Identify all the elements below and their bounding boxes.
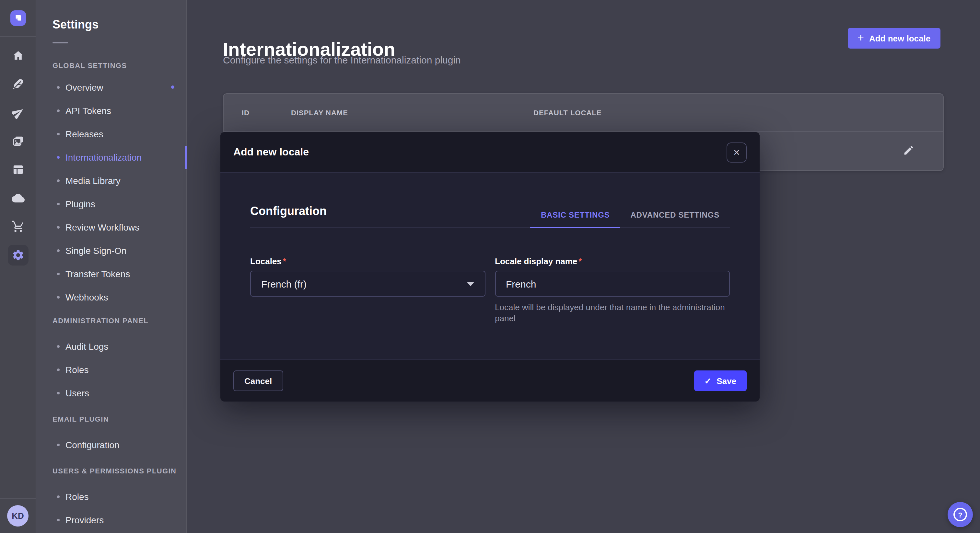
- sidebar-item-label: Transfer Tokens: [65, 269, 130, 279]
- sidebar-item-label: Releases: [65, 129, 103, 139]
- section-label-email-plugin: EMAIL PLUGIN: [52, 415, 186, 424]
- sidebar-item-label: Plugins: [65, 199, 95, 209]
- feather-icon[interactable]: [10, 76, 25, 92]
- required-asterisk: *: [283, 257, 286, 266]
- check-icon: ✓: [704, 377, 711, 385]
- sidebar-item-review-workflows[interactable]: Review Workflows: [36, 216, 186, 239]
- table-header-row: ID DISPLAY NAME DEFAULT LOCALE: [224, 94, 943, 132]
- sidebar-item-label: Overview: [65, 82, 103, 93]
- sidebar-item-audit-logs[interactable]: Audit Logs: [36, 335, 186, 358]
- sidebar-item-transfer-tokens[interactable]: Transfer Tokens: [36, 262, 186, 286]
- close-button[interactable]: ✕: [727, 142, 747, 162]
- display-name-label-text: Locale display name: [495, 257, 577, 266]
- settings-tabs: BASIC SETTINGS ADVANCED SETTINGS: [530, 211, 730, 227]
- help-button[interactable]: ?: [948, 502, 973, 527]
- sidebar-item-label: Single Sign-On: [65, 246, 126, 256]
- sidebar-item-single-sign-on[interactable]: Single Sign-On: [36, 239, 186, 262]
- modal-title: Add new locale: [233, 146, 309, 158]
- display-name-hint: Locale will be displayed under that name…: [495, 302, 730, 324]
- tab-basic-settings[interactable]: BASIC SETTINGS: [530, 211, 620, 228]
- locales-label: Locales*: [250, 257, 485, 266]
- modal-body: Configuration BASIC SETTINGS ADVANCED SE…: [220, 173, 760, 359]
- section-label-global-settings: GLOBAL SETTINGS: [52, 62, 186, 70]
- locales-label-text: Locales: [250, 257, 282, 266]
- form-fields-row: Locales* French (fr) Locale display name…: [250, 257, 730, 324]
- logo-box: [0, 0, 36, 37]
- home-icon[interactable]: [10, 48, 25, 63]
- sidebar-item-label: Review Workflows: [65, 222, 139, 233]
- subnav-title: Settings: [52, 18, 186, 32]
- sidebar-item-internationalization[interactable]: Internationalization: [36, 146, 186, 169]
- modal-footer: Cancel ✓ Save: [220, 359, 760, 401]
- sidebar-item-plugins[interactable]: Plugins: [36, 192, 186, 216]
- column-header-default-locale: DEFAULT LOCALE: [533, 108, 601, 116]
- save-button-label: Save: [716, 376, 736, 385]
- display-name-label: Locale display name*: [495, 257, 730, 266]
- nav-list-email: Configuration: [36, 433, 186, 457]
- rail-icon-list: [0, 37, 36, 276]
- section-label-users-permissions-plugin: USERS & PERMISSIONS PLUGIN: [52, 467, 186, 475]
- display-name-input[interactable]: [495, 271, 730, 297]
- app-window: KD Settings GLOBAL SETTINGS Overview API…: [0, 0, 980, 533]
- configuration-header-row: Configuration BASIC SETTINGS ADVANCED SE…: [250, 173, 730, 228]
- sidebar-item-label: Media Library: [65, 176, 121, 186]
- media-library-icon[interactable]: [10, 133, 25, 149]
- cancel-button[interactable]: Cancel: [233, 370, 283, 391]
- sidebar-item-label: Audit Logs: [65, 341, 108, 352]
- sidebar-item-releases[interactable]: Releases: [36, 122, 186, 146]
- locales-select-value: French (fr): [261, 278, 307, 289]
- layout-icon[interactable]: [10, 162, 25, 178]
- locales-select[interactable]: French (fr): [250, 271, 485, 297]
- sidebar-item-label: Configuration: [65, 440, 119, 450]
- column-header-id: ID: [242, 108, 250, 116]
- sidebar-item-label: Users: [65, 388, 89, 398]
- add-new-locale-button[interactable]: + Add new locale: [848, 28, 940, 49]
- nav-list-global: Overview API Tokens Releases Internation…: [36, 76, 186, 309]
- display-name-field: Locale display name* Locale will be disp…: [495, 257, 730, 324]
- sidebar-item-media-library[interactable]: Media Library: [36, 169, 186, 192]
- settings-subnav: Settings GLOBAL SETTINGS Overview API To…: [36, 0, 187, 533]
- paper-plane-icon[interactable]: [10, 105, 25, 121]
- section-label-administration-panel: ADMINISTRATION PANEL: [52, 317, 186, 325]
- tab-advanced-settings[interactable]: ADVANCED SETTINGS: [620, 211, 730, 228]
- strapi-logo-icon[interactable]: [10, 10, 25, 26]
- nav-list-users-permissions: Roles Providers: [36, 485, 186, 532]
- modal-header: Add new locale ✕: [220, 132, 760, 173]
- sidebar-item-label: Roles: [65, 365, 89, 375]
- column-header-display-name: DISPLAY NAME: [291, 108, 348, 116]
- chevron-down-icon: [466, 281, 474, 286]
- rail-footer: KD: [0, 498, 36, 533]
- sidebar-item-label: Webhooks: [65, 292, 108, 303]
- sidebar-item-label: Roles: [65, 492, 89, 502]
- sidebar-item-providers[interactable]: Providers: [36, 508, 186, 532]
- cart-icon[interactable]: [10, 219, 25, 235]
- sidebar-item-overview[interactable]: Overview: [36, 76, 186, 99]
- sidebar-item-label: Providers: [65, 515, 104, 525]
- user-avatar[interactable]: KD: [7, 505, 29, 527]
- notification-dot: [171, 86, 174, 89]
- icon-rail: KD: [0, 0, 36, 533]
- sidebar-item-label: Internationalization: [65, 152, 142, 163]
- required-asterisk: *: [579, 257, 582, 266]
- nav-list-admin: Audit Logs Roles Users: [36, 335, 186, 405]
- edit-pencil-icon[interactable]: [903, 144, 915, 159]
- gear-icon[interactable]: [8, 245, 28, 265]
- question-mark-icon: ?: [953, 508, 967, 521]
- page-subtitle: Configure the settings for the Internati…: [223, 54, 461, 65]
- sidebar-item-roles-up[interactable]: Roles: [36, 485, 186, 508]
- close-icon: ✕: [733, 148, 740, 157]
- cloud-icon[interactable]: [10, 190, 25, 206]
- sidebar-item-api-tokens[interactable]: API Tokens: [36, 99, 186, 122]
- sidebar-item-label: API Tokens: [65, 106, 111, 116]
- plus-icon: +: [858, 32, 864, 43]
- locales-field: Locales* French (fr): [250, 257, 485, 324]
- sidebar-item-users[interactable]: Users: [36, 381, 186, 405]
- add-new-locale-modal: Add new locale ✕ Configuration BASIC SET…: [220, 132, 760, 401]
- configuration-title: Configuration: [250, 205, 327, 227]
- subnav-divider: [52, 42, 68, 43]
- sidebar-item-webhooks[interactable]: Webhooks: [36, 286, 186, 309]
- save-button[interactable]: ✓ Save: [694, 370, 747, 391]
- sidebar-item-email-configuration[interactable]: Configuration: [36, 433, 186, 457]
- add-new-locale-label: Add new locale: [869, 33, 931, 43]
- sidebar-item-roles-admin[interactable]: Roles: [36, 358, 186, 381]
